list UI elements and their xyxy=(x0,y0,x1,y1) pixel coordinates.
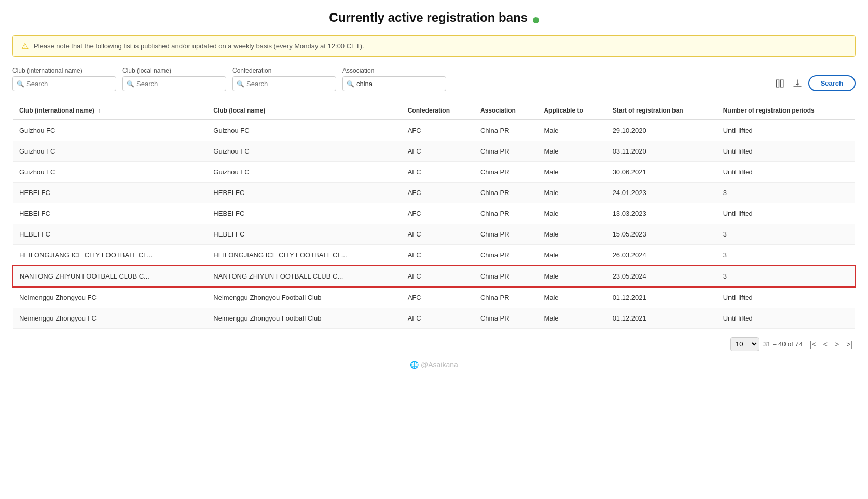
cell-association: China PR xyxy=(474,245,538,266)
th-num-periods: Number of registration periods xyxy=(717,102,855,120)
search-button[interactable]: Search xyxy=(808,75,856,91)
confederation-search-icon: 🔍 xyxy=(237,80,244,88)
cell-club_intl: Neimenggu Zhongyou FC xyxy=(13,287,207,308)
active-indicator-dot xyxy=(533,17,539,23)
table-row: Guizhou FCGuizhou FCAFCChina PRMale30.06… xyxy=(13,162,855,183)
cell-applicable_to: Male xyxy=(538,120,606,141)
table-row: NANTONG ZHIYUN FOOTBALL CLUB C...NANTONG… xyxy=(13,266,855,287)
cell-association: China PR xyxy=(474,183,538,203)
cell-applicable_to: Male xyxy=(538,141,606,162)
association-label: Association xyxy=(342,67,446,74)
association-input-wrapper: 🔍 xyxy=(342,76,446,91)
cell-start_ban: 01.12.2021 xyxy=(607,287,717,308)
pagination-buttons: |< < > >| xyxy=(807,338,856,351)
confederation-input[interactable] xyxy=(232,76,336,91)
filter-group-association: Association 🔍 xyxy=(342,67,446,91)
table-row: HEBEI FCHEBEI FCAFCChina PRMale13.03.202… xyxy=(13,203,855,224)
association-search-icon: 🔍 xyxy=(347,80,354,88)
cell-confederation: AFC xyxy=(402,162,474,183)
cell-applicable_to: Male xyxy=(538,224,606,245)
cell-club_intl: Guizhou FC xyxy=(13,120,207,141)
cell-num_periods: Until lifted xyxy=(717,203,855,224)
th-applicable-to: Applicable to xyxy=(538,102,606,120)
cell-club_local: HEBEI FC xyxy=(207,183,401,203)
filter-group-club-international: Club (international name) 🔍 xyxy=(12,67,116,91)
table-row: Neimenggu Zhongyou FCNeimenggu Zhongyou … xyxy=(13,287,855,308)
results-table: Club (international name) ↑ Club (local … xyxy=(12,102,856,329)
cell-num_periods: Until lifted xyxy=(717,308,855,329)
last-page-button[interactable]: >| xyxy=(843,338,856,351)
club-local-input-wrapper: 🔍 xyxy=(122,76,226,91)
cell-club_local: HEBEI FC xyxy=(207,224,401,245)
cell-start_ban: 23.05.2024 xyxy=(607,266,717,287)
cell-club_local: Guizhou FC xyxy=(207,120,401,141)
club-local-input[interactable] xyxy=(122,76,226,91)
filter-row: Club (international name) 🔍 Club (local … xyxy=(12,67,856,91)
table-row: HEBEI FCHEBEI FCAFCChina PRMale24.01.202… xyxy=(13,183,855,203)
notice-banner: ⚠ Please note that the following list is… xyxy=(12,35,856,57)
association-input[interactable] xyxy=(342,76,446,91)
cell-association: China PR xyxy=(474,266,538,287)
cell-confederation: AFC xyxy=(402,224,474,245)
cell-club_local: HEBEI FC xyxy=(207,203,401,224)
cell-club_local: Neimenggu Zhongyou Football Club xyxy=(207,308,401,329)
cell-confederation: AFC xyxy=(402,245,474,266)
club-international-input-wrapper: 🔍 xyxy=(12,76,116,91)
page-title: Currently active registration bans xyxy=(329,10,528,24)
pagination-info: 31 – 40 of 74 xyxy=(763,340,803,348)
columns-icon-button[interactable] xyxy=(773,77,787,90)
club-international-input[interactable] xyxy=(12,76,116,91)
club-international-search-icon: 🔍 xyxy=(17,80,24,88)
cell-association: China PR xyxy=(474,120,538,141)
cell-club_intl: HEBEI FC xyxy=(13,183,207,203)
club-local-search-icon: 🔍 xyxy=(127,80,134,88)
cell-association: China PR xyxy=(474,141,538,162)
cell-club_intl: HEBEI FC xyxy=(13,224,207,245)
cell-club_intl: HEILONGJIANG ICE CITY FOOTBALL CL... xyxy=(13,245,207,266)
cell-num_periods: Until lifted xyxy=(717,287,855,308)
cell-start_ban: 01.12.2021 xyxy=(607,308,717,329)
cell-applicable_to: Male xyxy=(538,287,606,308)
cell-confederation: AFC xyxy=(402,203,474,224)
watermark-text: 🌐 @Asaikana xyxy=(410,361,458,369)
cell-start_ban: 29.10.2020 xyxy=(607,120,717,141)
notice-text: Please note that the following list is p… xyxy=(34,42,364,50)
pagination-row: 102550100 31 – 40 of 74 |< < > >| xyxy=(12,337,856,351)
results-table-container: Club (international name) ↑ Club (local … xyxy=(12,102,856,329)
th-start-ban: Start of registration ban xyxy=(607,102,717,120)
table-row: HEBEI FCHEBEI FCAFCChina PRMale15.05.202… xyxy=(13,224,855,245)
th-club-international[interactable]: Club (international name) ↑ xyxy=(13,102,207,120)
page-title-container: Currently active registration bans xyxy=(12,10,856,25)
cell-confederation: AFC xyxy=(402,183,474,203)
club-local-label: Club (local name) xyxy=(122,67,226,74)
cell-association: China PR xyxy=(474,287,538,308)
cell-num_periods: 3 xyxy=(717,266,855,287)
cell-start_ban: 15.05.2023 xyxy=(607,224,717,245)
confederation-label: Confederation xyxy=(232,67,336,74)
confederation-input-wrapper: 🔍 xyxy=(232,76,336,91)
cell-association: China PR xyxy=(474,308,538,329)
table-row: Guizhou FCGuizhou FCAFCChina PRMale03.11… xyxy=(13,141,855,162)
cell-club_intl: HEBEI FC xyxy=(13,203,207,224)
cell-club_intl: NANTONG ZHIYUN FOOTBALL CLUB C... xyxy=(13,266,207,287)
sort-arrow-icon: ↑ xyxy=(98,107,101,114)
table-row: HEILONGJIANG ICE CITY FOOTBALL CL...HEIL… xyxy=(13,245,855,266)
th-confederation: Confederation xyxy=(402,102,474,120)
th-association: Association xyxy=(474,102,538,120)
cell-start_ban: 24.01.2023 xyxy=(607,183,717,203)
download-icon-button[interactable] xyxy=(791,77,804,90)
filter-group-confederation: Confederation 🔍 xyxy=(232,67,336,91)
page-size-select[interactable]: 102550100 xyxy=(730,337,759,351)
cell-start_ban: 30.06.2021 xyxy=(607,162,717,183)
first-page-button[interactable]: |< xyxy=(807,338,819,351)
filter-group-club-local: Club (local name) 🔍 xyxy=(122,67,226,91)
cell-num_periods: 3 xyxy=(717,183,855,203)
cell-applicable_to: Male xyxy=(538,183,606,203)
next-page-button[interactable]: > xyxy=(832,338,842,351)
cell-confederation: AFC xyxy=(402,141,474,162)
cell-confederation: AFC xyxy=(402,120,474,141)
table-row: Neimenggu Zhongyou FCNeimenggu Zhongyou … xyxy=(13,308,855,329)
cell-confederation: AFC xyxy=(402,287,474,308)
prev-page-button[interactable]: < xyxy=(820,338,831,351)
cell-club_local: HEILONGJIANG ICE CITY FOOTBALL CL... xyxy=(207,245,401,266)
